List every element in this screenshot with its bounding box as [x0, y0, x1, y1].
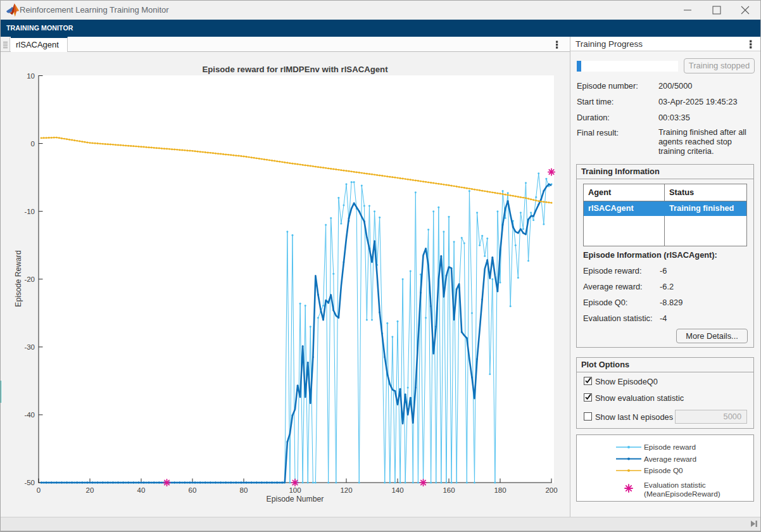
svg-text:10: 10	[27, 72, 35, 80]
svg-text:60: 60	[189, 486, 197, 494]
svg-text:140: 140	[391, 486, 403, 494]
svg-text:180: 180	[494, 486, 506, 494]
svg-text:-40: -40	[24, 411, 35, 419]
svg-text:-10: -10	[24, 208, 35, 215]
svg-text:Episode Reward: Episode Reward	[14, 250, 23, 307]
svg-text:Episode reward: Episode reward	[644, 443, 696, 452]
svg-text:(MeanEpisodeReward): (MeanEpisodeReward)	[644, 490, 720, 498]
svg-text:Evaluation statistic: Evaluation statistic	[644, 481, 706, 490]
svg-text:80: 80	[240, 486, 248, 494]
svg-text:40: 40	[137, 486, 146, 494]
svg-text:0: 0	[37, 486, 41, 494]
svg-text:-50: -50	[24, 479, 35, 486]
svg-text:-20: -20	[24, 276, 35, 283]
svg-text:Episode Q0: Episode Q0	[644, 466, 683, 475]
svg-text:0: 0	[31, 140, 35, 148]
svg-text:100: 100	[289, 486, 301, 494]
svg-text:160: 160	[443, 486, 455, 494]
svg-text:120: 120	[340, 486, 352, 494]
svg-text:Average reward: Average reward	[644, 455, 696, 464]
svg-text:20: 20	[86, 486, 94, 494]
svg-text:Episode Number: Episode Number	[267, 495, 324, 504]
svg-text:Episode reward for rlMDPEnv wi: Episode reward for rlMDPEnv with rlSACAg…	[202, 65, 388, 74]
svg-text:200: 200	[545, 486, 557, 494]
svg-text:-30: -30	[24, 343, 35, 351]
